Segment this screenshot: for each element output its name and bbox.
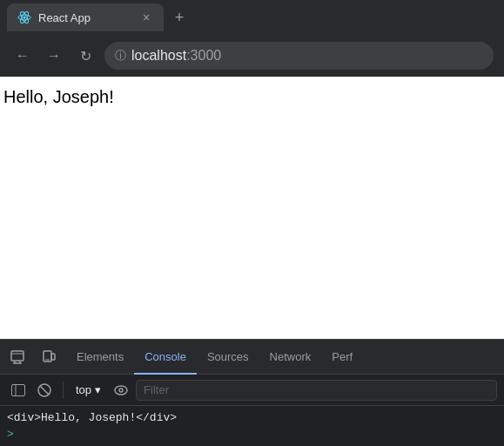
device-mode-icon[interactable] [35, 343, 63, 371]
devtools-toolbar: top ▾ [0, 375, 504, 406]
devtools-tab-perf[interactable]: Perf [321, 340, 363, 375]
info-icon: ⓘ [115, 48, 126, 64]
new-tab-button[interactable]: + [167, 5, 192, 30]
forward-button[interactable]: → [42, 44, 66, 68]
context-selector[interactable]: top ▾ [71, 382, 106, 398]
svg-rect-10 [51, 354, 55, 360]
toolbar-divider [63, 382, 64, 399]
chevron-down-icon: ▾ [95, 383, 101, 396]
svg-point-16 [115, 386, 127, 395]
back-button[interactable]: ← [10, 44, 35, 68]
devtools-tabs: Elements Console Sources Network Perf [0, 340, 504, 375]
svg-rect-4 [11, 351, 24, 361]
sidebar-toggle-button[interactable] [7, 379, 30, 402]
filter-input[interactable] [136, 380, 497, 401]
react-favicon-icon [17, 10, 31, 24]
console-output-line: <div>Hello, Joseph!</div> [7, 409, 497, 426]
inspect-element-icon[interactable] [3, 343, 31, 371]
svg-point-17 [119, 389, 123, 392]
devtools-tab-network[interactable]: Network [259, 340, 322, 375]
svg-rect-12 [12, 384, 25, 395]
devtools-panel: Elements Console Sources Network Perf [0, 339, 504, 446]
page-hello-text: Hello, Joseph! [3, 87, 114, 106]
tab-bar: React App × + [0, 0, 504, 35]
reload-button[interactable]: ↻ [73, 44, 97, 68]
devtools-tab-sources[interactable]: Sources [197, 340, 259, 375]
svg-point-0 [23, 16, 25, 18]
browser-tab[interactable]: React App × [7, 3, 164, 31]
devtools-console: <div>Hello, Joseph!</div> > [0, 406, 504, 446]
browser-chrome: React App × + ← → ↻ ⓘ localhost:3000 [0, 0, 504, 77]
address-bar: ← → ↻ ⓘ localhost:3000 [0, 35, 504, 77]
svg-line-15 [40, 386, 49, 395]
page-content: Hello, Joseph! [0, 77, 504, 339]
url-host: localhost:3000 [131, 48, 221, 64]
eye-icon[interactable] [110, 379, 132, 402]
url-bar[interactable]: ⓘ localhost:3000 [104, 42, 494, 70]
devtools-tab-console[interactable]: Console [134, 340, 197, 375]
tab-title: React App [38, 11, 132, 24]
console-prompt[interactable]: > [7, 426, 497, 443]
tab-close-button[interactable]: × [139, 10, 153, 24]
clear-console-button[interactable] [33, 379, 56, 402]
devtools-tab-elements[interactable]: Elements [66, 340, 134, 375]
